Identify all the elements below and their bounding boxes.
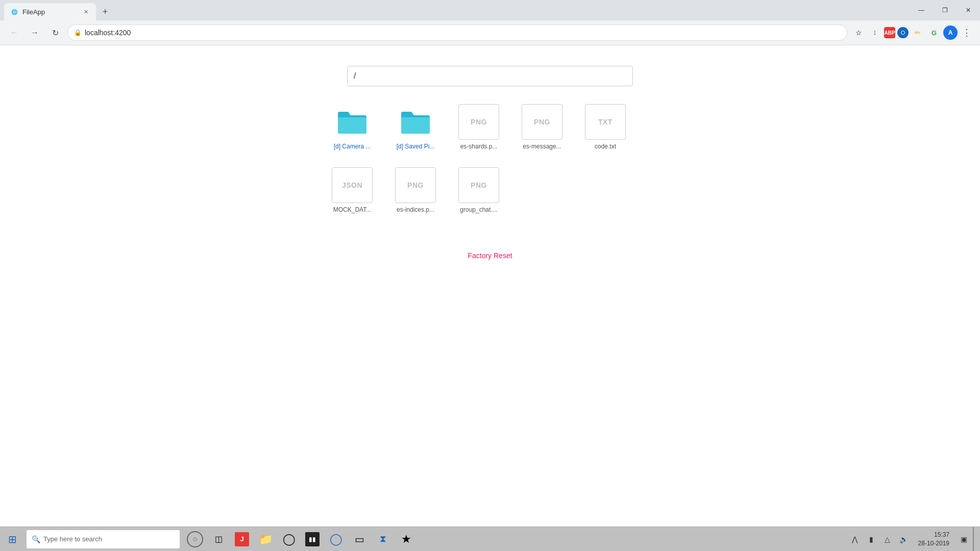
search-icon: 🔍 (32, 535, 40, 543)
vscode-icon: ⧗ (376, 532, 390, 546)
path-input[interactable] (347, 66, 633, 86)
app-content: [d] Camera ... [d] Saved Pi...PNGes-shar… (0, 45, 980, 280)
png-icon: PNG (522, 104, 562, 140)
cortana-icon: ○ (187, 531, 203, 547)
taskbar: ⊞ 🔍 Type here to search ○ ◫ J 📁 ◯ ▮▮ ◯ ▭ (0, 527, 980, 551)
file-label: es-indices.p... (397, 206, 434, 213)
menu-icon[interactable]: ⋮ (960, 26, 974, 40)
png-icon: PNG (458, 104, 499, 140)
window-controls: — ❐ ✕ (910, 0, 980, 20)
forward-button[interactable]: → (27, 24, 43, 41)
reload-button[interactable]: ↻ (47, 24, 63, 41)
task-items: ○ ◫ J 📁 ◯ ▮▮ ◯ ▭ ⧗ ★ (184, 527, 418, 552)
tab-title: FileApp (22, 8, 78, 16)
start-button[interactable]: ⊞ (0, 527, 24, 552)
windows-icon: ⊞ (8, 533, 17, 545)
wifi-icon[interactable]: △ (880, 532, 895, 546)
tab-close-button[interactable]: ✕ (82, 8, 90, 16)
back-button[interactable]: ← (6, 24, 22, 41)
jetbrains-task-item[interactable]: J (231, 527, 253, 552)
adblock-icon[interactable]: ABP (884, 27, 895, 38)
png-icon: PNG (458, 167, 499, 203)
cortana-task-item[interactable]: ○ (184, 527, 206, 552)
folder-icon (332, 104, 373, 140)
volume-icon[interactable]: 🔈 (897, 532, 911, 546)
terminal-task-item[interactable]: ▮▮ (301, 527, 324, 552)
file-label: code.txt (595, 143, 616, 150)
file-item-code-txt[interactable]: TXTcode.txt (575, 96, 636, 158)
clock-time: 15:37 (934, 531, 949, 539)
system-clock[interactable]: 15:37 28-10-2019 (913, 531, 954, 548)
vscode-task-item[interactable]: ⧗ (372, 527, 394, 552)
new-tab-button[interactable]: + (98, 5, 112, 19)
user-avatar-icon[interactable]: A (943, 26, 958, 40)
folder-icon (395, 104, 436, 140)
file-label: group_chat.... (460, 206, 497, 213)
json-icon: JSON (332, 167, 373, 203)
extra-task-item[interactable]: ★ (395, 527, 418, 552)
file-item-es-message[interactable]: PNGes-message... (511, 96, 573, 158)
toolbar-icons: ☆ ⸵ ABP O ✏ G A ⋮ (851, 26, 974, 40)
extra-icon: ★ (399, 532, 413, 546)
explorer-task-item[interactable]: 📁 (254, 527, 277, 552)
chrome-task-item[interactable]: ◯ (278, 527, 300, 552)
file-item-group-chat[interactable]: PNGgroup_chat.... (448, 160, 509, 221)
tray-chevron[interactable]: ⋀ (848, 532, 862, 546)
system-tray: ⋀ ▮ △ 🔈 15:37 28-10-2019 ▣ (848, 527, 980, 552)
grammarly-icon[interactable]: G (927, 26, 941, 40)
file-item-mock-data[interactable]: JSONMOCK_DAT... (322, 160, 383, 221)
png-icon: PNG (395, 167, 436, 203)
tab-bar: 🌐 FileApp ✕ + — ❐ ✕ (0, 0, 980, 20)
file-item-es-indices[interactable]: PNGes-indices.p... (385, 160, 446, 221)
active-tab[interactable]: 🌐 FileApp ✕ (4, 3, 96, 20)
browser-toolbar: ← → ↻ 🔒 localhost:4200 ☆ ⸵ ABP O ✏ G A ⋮ (0, 20, 980, 45)
file-item-saved-pictures[interactable]: [d] Saved Pi... (385, 96, 446, 158)
address-text: localhost:4200 (85, 29, 131, 37)
tab-favicon: 🌐 (10, 8, 18, 16)
jetbrains-icon: J (235, 532, 249, 546)
browser-chrome: 🌐 FileApp ✕ + — ❐ ✕ ← → ↻ 🔒 localhost:42… (0, 0, 980, 45)
minimize-button[interactable]: — (910, 0, 933, 20)
taskbar-search[interactable]: 🔍 Type here to search (27, 530, 180, 548)
maximize-button[interactable]: ❐ (933, 0, 957, 20)
show-desktop-button[interactable] (973, 527, 976, 552)
search-placeholder: Type here to search (43, 535, 102, 543)
file-label: es-message... (523, 143, 561, 150)
battery-icon[interactable]: ▮ (864, 532, 878, 546)
file-item-es-shards[interactable]: PNGes-shards.p... (448, 96, 509, 158)
file-label: MOCK_DAT... (333, 206, 371, 213)
pocket-icon[interactable]: ⸵ (868, 26, 882, 40)
file-label: es-shards.p... (460, 143, 498, 150)
file-label: [d] Saved Pi... (397, 143, 435, 150)
tablet-task-item[interactable]: ▭ (348, 527, 371, 552)
file-item-camera[interactable]: [d] Camera ... (322, 96, 383, 158)
address-bar[interactable]: 🔒 localhost:4200 (67, 24, 847, 41)
extension-icon[interactable]: O (897, 27, 909, 38)
clock-date: 28-10-2019 (918, 539, 949, 548)
chrome-icon: ◯ (282, 532, 296, 546)
txt-icon: TXT (585, 104, 626, 140)
close-button[interactable]: ✕ (957, 0, 980, 20)
factory-reset-button[interactable]: Factory Reset (468, 252, 512, 260)
file-grid: [d] Camera ... [d] Saved Pi...PNGes-shar… (322, 96, 658, 221)
explorer-icon: 📁 (258, 532, 273, 546)
task-view-item[interactable]: ◫ (207, 527, 230, 552)
notification-icon[interactable]: ▣ (957, 532, 971, 546)
chrome2-task-item[interactable]: ◯ (325, 527, 347, 552)
terminal-icon: ▮▮ (305, 532, 320, 546)
chrome2-icon: ◯ (329, 532, 343, 546)
pen-icon[interactable]: ✏ (911, 26, 925, 40)
tablet-icon: ▭ (352, 532, 366, 546)
lock-icon: 🔒 (74, 29, 82, 36)
task-view-icon: ◫ (211, 532, 226, 546)
file-label: [d] Camera ... (334, 143, 371, 150)
bookmark-star-icon[interactable]: ☆ (851, 26, 866, 40)
